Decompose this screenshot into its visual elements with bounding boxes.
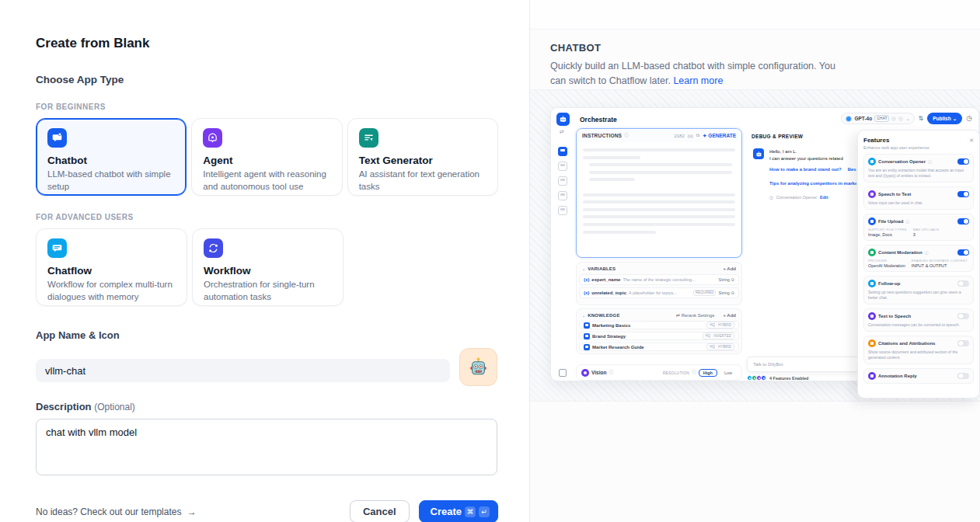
history-icon: ◷ <box>966 115 972 122</box>
right-pane-top-strip <box>530 0 980 30</box>
caret-down-icon: ⌄ <box>582 313 585 318</box>
create-button[interactable]: Create ⌘ ↵ <box>419 500 498 522</box>
caret-down-icon: ⌄ <box>582 266 585 271</box>
feature-toggle <box>957 158 969 165</box>
skeleton-line <box>583 193 735 197</box>
variable-type: String ⊙ <box>718 291 734 295</box>
app-icon-picker[interactable] <box>459 348 497 386</box>
feature-toggle <box>957 249 969 256</box>
tune-icon: ⇅ <box>919 115 924 122</box>
knowledge-name: Marketing Basics <box>592 323 630 328</box>
card-name: Text Generator <box>359 155 487 166</box>
skeleton-line <box>583 156 640 159</box>
char-count: 2182 <box>674 134 684 138</box>
app-name-input[interactable] <box>36 359 450 382</box>
model-name: GPT-4o <box>854 116 872 121</box>
variable-name: expert_name <box>591 277 620 282</box>
feature-detail-col: SUPPORT FILE TYPES Image, Docs <box>868 228 907 237</box>
app-type-info-pane: CHATBOT Quickly build an LLM-based chatb… <box>529 0 980 522</box>
detail-key: MAX UPLOADS <box>913 228 939 231</box>
modal-footer: No ideas? Check out our templates → Canc… <box>36 500 498 522</box>
preview-model-selector: GPT-4o CHAT ⌄ <box>841 113 914 124</box>
description-textarea[interactable]: chat with vllm model <box>36 419 497 475</box>
card-name: Agent <box>203 155 330 166</box>
card-name: Chatflow <box>47 265 176 277</box>
knowledge-title: KNOWLEDGE <box>588 313 619 318</box>
skeleton-line <box>583 200 735 204</box>
info-icon: ⓘ <box>624 133 629 138</box>
app-type-description: Quickly build an LLM-based chatbot with … <box>550 59 842 89</box>
vision-label: Vision <box>591 370 606 375</box>
feature-item: Text to Speech Conversation messages can… <box>863 308 974 332</box>
chatbot-preview-image: Orchestrate ⇄ GPT-4o CHAT <box>550 107 979 381</box>
file-upload-icon <box>868 218 876 225</box>
greeting-line-2: I can answer your questions related <box>769 155 856 162</box>
create-from-blank-pane: Create from Blank Choose App Type FOR BE… <box>0 0 529 522</box>
variable-type: String ⊙ <box>718 277 734 282</box>
annotation-reply-icon <box>868 372 876 380</box>
feature-name: File Upload <box>878 219 903 224</box>
feature-toggle <box>957 218 969 225</box>
instructions-title: INSTRUCTIONS <box>582 133 622 138</box>
document-icon <box>584 322 590 329</box>
app-type-heading: CHATBOT <box>550 42 949 54</box>
preview-nav-item <box>558 162 567 171</box>
skeleton-line <box>589 171 732 174</box>
skeleton-line <box>589 163 732 166</box>
feature-item: Conversation Opener ⓘ You are an entity … <box>863 154 974 183</box>
description-optional-text: (Optional) <box>94 402 135 412</box>
feature-name: Conversation Opener <box>878 159 926 164</box>
detail-value: 3 <box>913 232 939 237</box>
bot-avatar <box>753 148 764 159</box>
publish-label: Publish <box>933 116 950 121</box>
feature-item: Speech to Text Voice input can be used i… <box>863 186 974 210</box>
cancel-button[interactable]: Cancel <box>350 500 410 522</box>
preview-background: Orchestrate ⇄ GPT-4o CHAT <box>530 89 980 402</box>
document-icon <box>584 344 590 350</box>
beginner-cards-row: Chatbot LLM-based chatbot with simple se… <box>36 118 498 196</box>
knowledge-tag: HQ · HYBRID <box>706 322 734 329</box>
knowledge-row: Market Research Guide HQ · HYBRID <box>579 343 739 351</box>
app-name-label: App Name & Icon <box>36 329 498 341</box>
edit-link: Edit <box>820 195 828 200</box>
learn-more-link[interactable]: Learn more <box>673 75 723 86</box>
add-knowledge-button: + Add <box>723 313 736 318</box>
required-badge: REQUIRED <box>693 290 717 297</box>
app-type-card-text-generator[interactable]: Text Generator AI assistant for text gen… <box>347 118 498 196</box>
variable-description: The name of the strategic consulting... <box>623 277 716 282</box>
chat-mode-badge: CHAT <box>874 115 889 122</box>
feature-toggle <box>957 373 969 380</box>
card-description: Orchestration for single-turn automation… <box>204 279 332 303</box>
mic-icon <box>891 117 896 121</box>
create-button-label: Create <box>431 506 462 517</box>
templates-link-text: No ideas? Check out our templates <box>36 506 181 517</box>
app-type-card-chatbot[interactable]: Chatbot LLM-based chatbot with simple se… <box>36 118 187 196</box>
preview-nav-bottom-icon <box>559 369 567 377</box>
feature-name: Annotation Reply <box>878 374 917 378</box>
detail-key: SUPPORT FILE TYPES <box>868 228 907 231</box>
detail-key: ENABLED MODERATE CONTENT <box>912 259 968 263</box>
text-generator-icon <box>359 128 378 148</box>
preview-chat-input: Talk to DifyBot <box>747 357 860 372</box>
variable-icon: {x} <box>584 277 589 282</box>
features-enabled-label: 4 Features Enabled <box>769 376 808 381</box>
detail-value: Image, Docs <box>868 232 907 237</box>
feature-name: Follow-up <box>878 281 900 286</box>
create-app-screen: Create from Blank Choose App Type FOR BE… <box>0 0 980 522</box>
app-type-card-workflow[interactable]: Workflow Orchestration for single-turn a… <box>192 228 344 306</box>
feature-item: Annotation Reply <box>863 368 974 384</box>
agent-icon <box>203 128 222 148</box>
debug-preview-title: DEBUG & PREVIEW <box>752 134 803 139</box>
robot-face-icon <box>468 357 489 378</box>
app-type-card-agent[interactable]: Agent Intelligent agent with reasoning a… <box>191 118 342 196</box>
card-description: Workflow for complex multi-turn dialogue… <box>47 279 176 303</box>
app-type-card-chatflow[interactable]: Chatflow Workflow for complex multi-turn… <box>36 228 187 306</box>
opener-label: Conversation Opener <box>776 195 817 200</box>
vision-icon <box>581 369 589 377</box>
info-icon: ⓘ <box>609 370 613 375</box>
preview-variables-panel: ⌄ VARIABLES + Add {x} expert_name The na… <box>576 262 742 305</box>
feature-item: Citations and Attributions Show source d… <box>863 336 974 364</box>
templates-link[interactable]: No ideas? Check out our templates → <box>36 506 197 517</box>
follow-up-icon <box>868 280 876 287</box>
chatflow-icon <box>47 238 67 258</box>
